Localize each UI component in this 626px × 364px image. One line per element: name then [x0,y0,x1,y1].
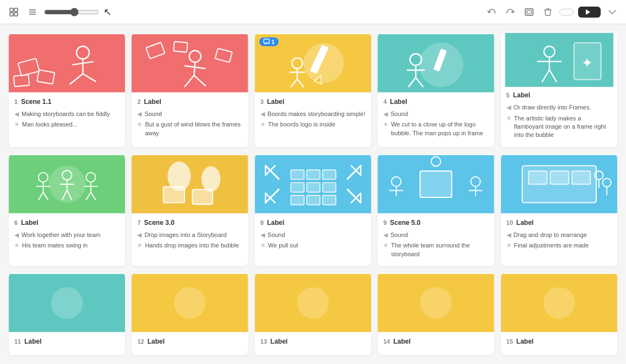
svg-rect-84 [307,183,320,192]
card-body-11: 11Label [9,333,125,355]
action-icon: ✳ [137,121,142,128]
svg-rect-1 [14,8,18,12]
card-number: 11 [14,338,21,345]
card-6[interactable]: 6Label◀Work together with your team✳His … [9,154,125,266]
svg-point-108 [51,287,83,319]
card-image-6 [9,154,125,214]
card-row-text: The boords logo is inside [268,120,335,129]
card-3[interactable]: 13Label◀Boords makes storyboarding simpl… [255,33,371,147]
collapse-button[interactable] [605,5,619,19]
animatic-button[interactable] [578,7,601,18]
add-images-button[interactable] [559,9,574,15]
card-image-12 [132,273,248,333]
zoom-slider[interactable] [44,8,99,16]
card-row-1: ✳The boords logo is inside [260,120,366,129]
redo-button[interactable] [503,5,518,19]
sound-icon: ◀ [137,231,141,239]
card-row-0: ◀Drag and drop to rearrange [507,231,612,239]
card-row-text: His team mates swing in [22,241,88,250]
card-7[interactable]: 7Scene 3.0◀Drop images into a Storyboard… [132,154,248,266]
sound-icon: ◀ [137,111,141,118]
card-header-1: 1Scene 1.1 [14,98,119,106]
action-icon: ✳ [137,242,142,249]
list-view-button[interactable] [25,5,40,19]
card-scene-label: Label [270,338,287,345]
card-number: 2 [137,98,140,105]
card-body-3: 3Label◀Boords makes storyboarding simple… [255,93,371,147]
svg-rect-0 [10,8,13,12]
card-1[interactable]: 1Scene 1.1◀Making storyboards can be fid… [9,33,125,147]
card-image-15 [501,273,617,333]
card-row-1: ✳We cut to a close up of the logo bubble… [383,120,488,137]
card-image-11 [9,273,125,333]
svg-rect-87 [307,195,320,205]
card-header-9: 9Scene 5.0 [383,219,488,227]
play-icon [586,9,590,15]
svg-rect-101 [550,171,569,184]
card-15[interactable]: 15Label [501,273,617,355]
card-number: 6 [14,219,18,226]
card-row-text: We pull out [268,241,298,250]
card-header-14: 14Label [383,338,488,345]
card-row-1: ✳But a gust of wind blows the frames awa… [137,120,242,137]
frames-button[interactable] [522,5,536,19]
card-body-6: 6Label◀Work together with your team✳His … [9,214,125,266]
card-image-10 [501,154,617,214]
card-row-0: ◀Sound [383,110,488,118]
card-image-13 [255,273,371,333]
card-row-text: Hands drop images into the bubble [145,241,239,250]
card-header-5: 5Label [507,91,612,99]
sound-icon: ◀ [507,104,511,111]
svg-rect-80 [291,170,304,179]
card-body-7: 7Scene 3.0◀Drop images into a Storyboard… [132,214,248,266]
card-5[interactable]: ✦ 5Label◀Or draw directly into Frames.✳T… [501,33,617,147]
card-number: 15 [507,338,513,345]
card-row-text: Sound [390,231,408,239]
card-2[interactable]: 2Label◀Sound✳But a gust of wind blows th… [132,33,248,147]
card-row-1: ✳Final adjustments are made [507,241,612,250]
card-row-text: Drag and drop to rearrange [514,231,587,239]
sound-icon: ◀ [14,111,19,118]
card-header-15: 15Label [507,338,612,345]
delete-button[interactable] [541,5,555,19]
card-row-text: Work together with your team [21,231,100,239]
card-row-1: ✳Man looks pleased... [14,120,119,129]
svg-rect-83 [291,183,304,192]
card-row-1: ✳We pull out [260,241,366,250]
action-icon: ✳ [383,121,388,128]
toolbar-left: ↖ [7,5,478,19]
svg-rect-8 [527,10,531,14]
card-scene-label: Scene 3.0 [144,219,175,227]
card-number: 10 [507,219,513,226]
card-scene-label: Label [516,219,534,227]
card-scene-label: Label [390,98,407,106]
card-12[interactable]: 12Label [132,273,248,355]
card-header-4: 4Label [383,98,488,106]
svg-rect-74 [193,189,213,204]
action-icon: ✳ [260,242,265,249]
card-13[interactable]: 13Label [255,273,371,355]
card-scene-label: Label [144,98,161,106]
card-row-text: The artistic lady makes a flamboyant ima… [514,114,612,140]
card-row-0: ◀Sound [137,110,242,118]
svg-rect-36 [264,39,269,43]
sound-icon: ◀ [14,231,19,239]
card-11[interactable]: 11Label [9,273,125,355]
action-icon: ✳ [14,121,19,128]
undo-button[interactable] [485,5,499,19]
card-row-1: ✳His team mates swing in [14,241,119,250]
action-icon: ✳ [507,242,511,249]
card-scene-label: Label [148,338,165,345]
card-number: 3 [260,98,264,105]
grid-view-button[interactable] [7,5,21,19]
action-icon: ✳ [14,242,19,249]
svg-rect-2 [10,13,13,16]
card-8[interactable]: 8Label◀Sound✳We pull out [255,154,371,266]
comment-badge[interactable]: 1 [259,37,279,46]
card-4[interactable]: 4Label◀Sound✳We cut to a close up of the… [378,33,494,147]
card-9[interactable]: 9Scene 5.0◀Sound✳The whole team surround… [378,154,494,266]
card-14[interactable]: 14Label [378,273,494,355]
card-header-13: 13Label [260,338,366,345]
card-10[interactable]: 10Label◀Drag and drop to rearrange✳Final… [501,154,617,266]
card-scene-label: Label [21,219,38,227]
